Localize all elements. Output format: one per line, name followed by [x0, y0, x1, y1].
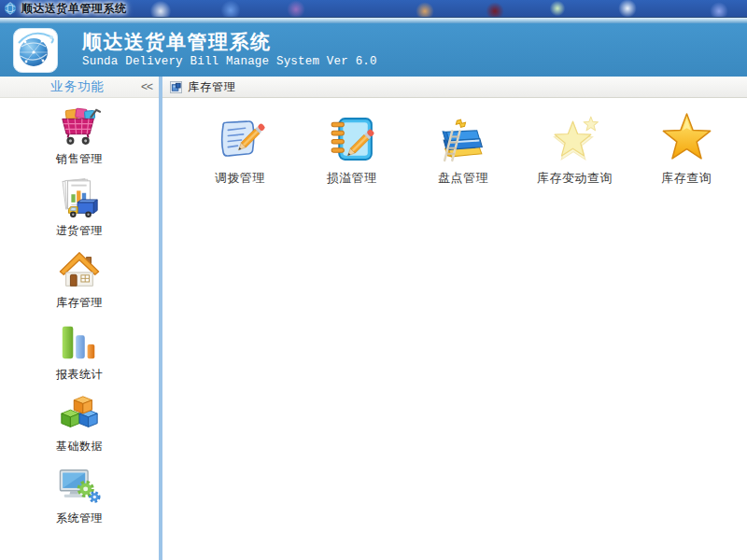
window-icon — [170, 81, 182, 93]
sidebar-title: 业务功能 — [0, 78, 134, 95]
blocks-icon — [58, 393, 101, 436]
window-titlebar[interactable]: 顺达送货单管理系统 — [0, 0, 747, 17]
sidebar-item-inventory[interactable]: 库存管理 — [23, 249, 135, 321]
collapse-sidebar-button[interactable]: << — [134, 80, 159, 93]
shopping-cart-icon — [58, 105, 101, 148]
titlebar-glass-edge — [0, 17, 747, 23]
main-item-transfer-management[interactable]: 调拨管理 — [189, 112, 291, 187]
note-pencil-icon — [213, 112, 266, 165]
header-text: 顺达送货单管理系统 Sunda Delivery Bill Manage Sys… — [82, 30, 377, 70]
sidebar-items: 销售管理 — [0, 98, 159, 537]
main-item-stocktake-management[interactable]: 盘点管理 — [412, 112, 514, 187]
gold-star-icon — [660, 112, 713, 165]
header-subtitle: Sunda Delivery Bill Manage System Ver 6.… — [82, 54, 377, 70]
bar-chart-icon — [58, 321, 101, 364]
sidebar-item-label: 基础数据 — [56, 439, 103, 455]
sidebar: 业务功能 << 销售管 — [0, 77, 159, 560]
sidebar-item-sales[interactable]: 销售管理 — [23, 105, 135, 177]
sidebar-item-label: 进货管理 — [56, 223, 103, 239]
main-item-loss-overflow-management[interactable]: 损溢管理 — [301, 112, 403, 187]
sidebar-item-purchase[interactable]: 进货管理 — [23, 177, 135, 249]
main-item-stock-change-query[interactable]: 库存变动查询 — [524, 112, 627, 187]
sidebar-item-system[interactable]: 系统管理 — [23, 465, 135, 537]
main-item-stock-query[interactable]: 库存查询 — [635, 112, 738, 187]
house-icon — [58, 249, 101, 292]
tab-bar: 库存管理 — [162, 77, 747, 98]
sidebar-header: 业务功能 << — [0, 77, 159, 98]
sidebar-item-reports[interactable]: 报表统计 — [23, 321, 135, 393]
main-area: 库存管理 — [162, 77, 747, 560]
inventory-panel: 调拨管理 — [162, 98, 747, 187]
main-item-label: 库存变动查询 — [537, 170, 613, 187]
pale-stars-icon — [548, 112, 601, 165]
main-item-label: 损溢管理 — [326, 170, 376, 187]
globe-icon — [4, 2, 17, 15]
main-item-label: 盘点管理 — [438, 170, 488, 187]
sidebar-item-label: 库存管理 — [56, 295, 103, 311]
truck-documents-icon — [58, 177, 101, 220]
app-header: 顺达送货单管理系统 Sunda Delivery Bill Manage Sys… — [0, 23, 747, 77]
sidebar-item-label: 系统管理 — [56, 511, 103, 526]
tab-inventory-management[interactable]: 库存管理 — [162, 77, 246, 97]
sidebar-item-label: 销售管理 — [56, 151, 103, 167]
tab-label: 库存管理 — [188, 79, 236, 95]
header-title: 顺达送货单管理系统 — [82, 30, 377, 54]
main-item-label: 库存查询 — [661, 170, 712, 187]
globe-network-logo-icon — [13, 28, 58, 73]
app-window: 顺达送货单管理系统 — [0, 0, 747, 560]
sidebar-item-basedata[interactable]: 基础数据 — [23, 393, 135, 465]
main-item-label: 调拨管理 — [215, 170, 265, 187]
computer-gears-icon — [58, 465, 101, 508]
books-ladder-icon — [436, 112, 489, 165]
window-title: 顺达送货单管理系统 — [21, 0, 127, 17]
notebook-pencil-icon — [325, 112, 378, 165]
sidebar-item-label: 报表统计 — [56, 367, 103, 383]
